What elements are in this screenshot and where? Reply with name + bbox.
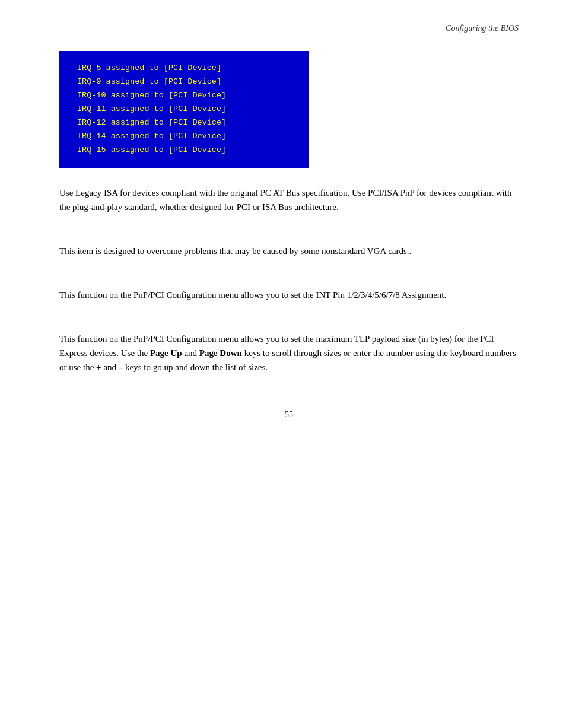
vga-cards-text: This item is designed to overcome proble… [59, 244, 519, 258]
bios-screen-box: IRQ-5 assigned to [PCI Device] IRQ-9 ass… [59, 51, 309, 168]
pci-device-11: [PCI Device] [168, 104, 226, 113]
tlp-text: This function on the PnP/PCI Configurati… [59, 332, 519, 374]
irq-label: IRQ-11 assigned to [77, 104, 168, 113]
irq-line-14: IRQ-14 assigned to [PCI Device] [77, 130, 291, 144]
int-pin-text: This function on the PnP/PCI Configurati… [59, 288, 519, 302]
page-footer: 55 [59, 410, 519, 419]
irq-label: IRQ-12 assigned to [77, 118, 168, 127]
irq-label: IRQ-5 assigned to [77, 63, 164, 72]
pci-device-5: [PCI Device] [164, 63, 221, 72]
pci-device-15: [PCI Device] [168, 145, 226, 154]
irq-line-12: IRQ-12 assigned to [PCI Device] [77, 116, 291, 130]
plus-key: + [96, 363, 101, 372]
irq-line-11: IRQ-11 assigned to [PCI Device] [77, 103, 291, 116]
pci-device-10: [PCI Device] [168, 91, 226, 100]
irq-label: IRQ-10 assigned to [77, 91, 168, 100]
irq-label: IRQ-14 assigned to [77, 132, 168, 141]
header-title: Configuring the BIOS [446, 24, 519, 33]
pci-device-9: [PCI Device] [164, 77, 221, 86]
page-down-label: Page Down [199, 348, 242, 358]
irq-line-5: IRQ-5 assigned to [PCI Device] [77, 62, 291, 75]
tlp-section: This function on the PnP/PCI Configurati… [59, 332, 519, 374]
page-up-label: Page Up [150, 348, 182, 358]
vga-section: This item is designed to overcome proble… [59, 244, 519, 258]
irq-label: IRQ-15 assigned to [77, 145, 168, 154]
legacy-isa-text: Use Legacy ISA for devices compliant wit… [59, 186, 519, 214]
irq-line-10: IRQ-10 assigned to [PCI Device] [77, 89, 291, 103]
tlp-and: and [182, 348, 199, 358]
tlp-end: keys to go up and down the list of sizes… [123, 363, 268, 372]
irq-line-15: IRQ-15 assigned to [PCI Device] [77, 144, 291, 157]
int-pin-section: This function on the PnP/PCI Configurati… [59, 288, 519, 302]
irq-label: IRQ-9 assigned to [77, 77, 164, 86]
tlp-and2: and [101, 363, 119, 372]
page-header: Configuring the BIOS [59, 24, 519, 33]
pci-device-14: [PCI Device] [168, 132, 226, 141]
pci-device-12: [PCI Device] [168, 118, 226, 127]
page-number: 55 [285, 410, 293, 419]
legacy-isa-section: Use Legacy ISA for devices compliant wit… [59, 186, 519, 214]
irq-line-9: IRQ-9 assigned to [PCI Device] [77, 75, 291, 89]
